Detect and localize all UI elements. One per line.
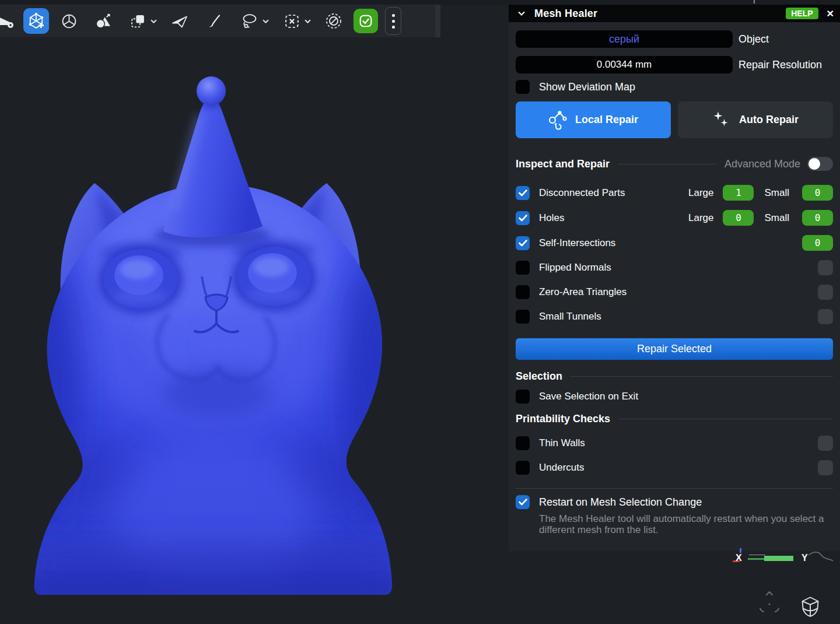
small-count-badge: 0 — [802, 185, 833, 201]
divider — [570, 376, 833, 377]
toolbar-grip[interactable] — [435, 5, 440, 37]
object-label: Object — [738, 33, 769, 45]
small-tunnels-label: Small Tunnels — [539, 311, 601, 322]
restart-description: The Mesh Healer tool will automatically … — [539, 513, 838, 535]
top-tick-mark — [754, 0, 755, 3]
flipped-normals-checkbox[interactable] — [516, 261, 530, 275]
disconnected-parts-checkbox[interactable] — [516, 186, 530, 200]
duplicate-icon[interactable] — [127, 8, 148, 34]
thin-walls-checkbox[interactable] — [516, 436, 530, 450]
small-tunnels-checkbox[interactable] — [516, 310, 530, 324]
gizmo-curve — [807, 549, 834, 563]
small-label: Small — [764, 212, 789, 224]
brush-icon[interactable] — [204, 8, 225, 34]
cat-eye-left — [99, 246, 183, 314]
view-cube-button[interactable] — [800, 596, 820, 619]
toolbar — [0, 5, 440, 37]
divider — [618, 164, 716, 164]
show-deviation-label: Show Deviation Map — [539, 81, 635, 93]
auto-repair-label: Auto Repair — [739, 114, 799, 126]
small-label: Small — [764, 187, 789, 199]
cat-eye-right — [232, 244, 316, 311]
zero-area-triangles-checkbox[interactable] — [516, 285, 530, 299]
auto-repair-sparkles-icon — [712, 110, 731, 130]
self-intersections-checkbox[interactable] — [516, 236, 530, 250]
deflate-plane-icon[interactable] — [169, 8, 190, 34]
disconnected-parts-label: Disconnected Parts — [539, 187, 625, 199]
save-selection-label: Save Selection on Exit — [539, 391, 638, 402]
restart-on-selection-checkbox[interactable] — [516, 495, 530, 509]
mesh-add-tool-button[interactable] — [23, 8, 49, 34]
divider — [618, 419, 833, 419]
count-badge: 0 — [802, 235, 833, 251]
empty-badge — [818, 460, 833, 475]
show-deviation-checkbox[interactable] — [516, 80, 530, 94]
large-label: Large — [688, 187, 713, 199]
empty-badge — [818, 285, 833, 300]
thin-walls-label: Thin Walls — [539, 437, 585, 449]
viewport-3d-model-cat[interactable] — [27, 65, 394, 600]
panel-title: Mesh Healer — [534, 8, 597, 20]
repair-resolution-input[interactable]: 0.00344 mm — [516, 56, 733, 73]
empty-badge — [818, 309, 833, 324]
panel-header[interactable]: Mesh Healer HELP ✕ — [509, 5, 840, 22]
self-intersections-label: Self-Intersections — [539, 237, 615, 249]
window-top-strip — [0, 0, 840, 5]
more-options-button[interactable] — [385, 7, 401, 35]
accept-button[interactable] — [354, 9, 378, 33]
flipped-normals-label: Flipped Normals — [539, 262, 611, 274]
repair-resolution-label: Repair Resolution — [738, 59, 822, 71]
box-deselect-icon[interactable] — [281, 8, 302, 34]
holes-checkbox[interactable] — [516, 211, 530, 225]
save-selection-checkbox[interactable] — [516, 390, 530, 404]
large-count-badge: 1 — [723, 185, 754, 201]
advanced-mode-label: Advanced Mode — [724, 158, 800, 170]
object-input[interactable]: серый — [516, 30, 733, 48]
advanced-mode-toggle[interactable] — [807, 157, 833, 171]
undercuts-label: Undercuts — [539, 462, 584, 474]
undercuts-checkbox[interactable] — [516, 461, 530, 475]
large-label: Large — [688, 212, 713, 224]
z-axis-stub — [740, 548, 741, 553]
lasso-select-icon[interactable] — [239, 8, 260, 34]
orientation-sphere-icon[interactable] — [58, 8, 79, 34]
collapse-chevron-icon[interactable] — [518, 11, 525, 16]
empty-badge — [818, 436, 833, 451]
zero-area-triangles-label: Zero-Area Triangles — [539, 286, 626, 298]
duplicate-chevron-down-icon[interactable] — [148, 8, 159, 34]
small-count-badge: 0 — [802, 210, 833, 226]
local-repair-button[interactable]: Local Repair — [516, 101, 671, 138]
local-repair-label: Local Repair — [575, 114, 638, 126]
lasso-chevron-down-icon[interactable] — [260, 8, 271, 34]
selection-section-title: Selection — [516, 370, 562, 383]
axis-gizmo[interactable]: X Y — [728, 548, 839, 566]
axis-x-label: X — [736, 553, 742, 563]
mesh-healer-panel: Mesh Healer HELP ✕ серый Object 0.00344 … — [509, 5, 840, 551]
local-repair-icon — [548, 110, 567, 130]
empty-badge — [818, 260, 833, 275]
inspect-section-title: Inspect and Repair — [516, 158, 610, 170]
gizmo-gray-line — [749, 555, 765, 555]
divider — [516, 488, 833, 489]
y-axis-bar — [764, 556, 793, 561]
printability-section-title: Printability Checks — [516, 413, 610, 425]
auto-repair-button[interactable]: Auto Repair — [678, 101, 833, 138]
large-count-badge: 0 — [723, 210, 754, 226]
surface-settings-icon[interactable] — [0, 8, 16, 34]
clear-selection-icon[interactable] — [323, 8, 344, 34]
help-badge[interactable]: HELP — [786, 8, 818, 19]
restart-on-selection-label: Restart on Mesh Selection Change — [539, 496, 702, 509]
shape-tools-icon[interactable] — [92, 8, 113, 34]
box-deselect-chevron-down-icon[interactable] — [302, 8, 313, 34]
cat-party-hat — [154, 76, 271, 247]
close-icon[interactable]: ✕ — [827, 8, 834, 19]
repair-selected-button[interactable]: Repair Selected — [516, 338, 833, 360]
holes-label: Holes — [539, 212, 564, 224]
focus-view-button[interactable] — [757, 590, 782, 617]
